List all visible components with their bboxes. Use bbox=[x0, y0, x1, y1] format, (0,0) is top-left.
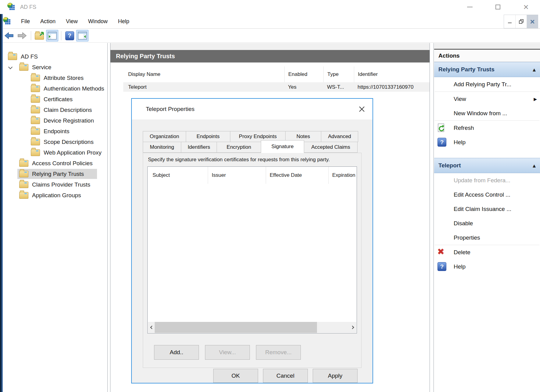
menu-window[interactable]: Window bbox=[83, 14, 113, 29]
chevron-down-icon[interactable] bbox=[8, 65, 13, 69]
ok-button[interactable]: OK bbox=[213, 369, 258, 383]
tab-advanced[interactable]: Advanced bbox=[321, 131, 358, 142]
tree-item-scope-descriptions[interactable]: Scope Descriptions bbox=[3, 137, 107, 147]
tab-identifiers[interactable]: Identifiers bbox=[181, 142, 217, 153]
tree-item-attribute-stores[interactable]: Attribute Stores bbox=[3, 73, 107, 83]
help-button[interactable]: ? bbox=[63, 30, 76, 41]
tab-monitoring[interactable]: Monitoring bbox=[143, 142, 181, 153]
adfs-logo-icon bbox=[2, 16, 12, 26]
scroll-left-icon bbox=[150, 326, 153, 329]
submenu-arrow-icon: ▶ bbox=[534, 97, 537, 102]
up-one-level-button[interactable] bbox=[33, 30, 45, 41]
actions-section-relying-party-trusts[interactable]: Relying Party Trusts ▲ bbox=[434, 62, 540, 77]
minimize-icon bbox=[467, 7, 473, 7]
action-new-window[interactable]: New Window from ... bbox=[434, 106, 540, 120]
menu-action[interactable]: Action bbox=[35, 14, 61, 29]
collapse-section-icon[interactable]: ▲ bbox=[533, 67, 536, 72]
tree-item-service[interactable]: Service bbox=[3, 62, 107, 73]
tree-item-claim-descriptions[interactable]: Claim Descriptions bbox=[3, 105, 107, 115]
tree-item-relying-party-trusts[interactable]: Relying Party Trusts bbox=[3, 169, 107, 179]
menu-file[interactable]: File bbox=[16, 14, 35, 29]
column-header-subject[interactable]: Subject bbox=[148, 167, 208, 184]
folder-icon bbox=[31, 117, 40, 124]
tree-item-web-application-proxy[interactable]: Web Application Proxy bbox=[3, 147, 107, 158]
action-properties[interactable]: Properties bbox=[434, 230, 540, 245]
folder-icon bbox=[31, 128, 40, 135]
horizontal-scrollbar[interactable] bbox=[148, 322, 356, 333]
tab-organization[interactable]: Organization bbox=[143, 131, 186, 142]
certificates-column-headers: Subject Issuer Effective Date Expiration bbox=[148, 167, 357, 184]
tree-item-device-registration[interactable]: Device Registration bbox=[3, 115, 107, 126]
folder-icon bbox=[19, 171, 28, 177]
certificates-list: Subject Issuer Effective Date Expiration bbox=[147, 166, 357, 333]
help-icon: ? bbox=[437, 262, 446, 271]
tree-item-access-control-policies[interactable]: Access Control Policies bbox=[3, 158, 107, 169]
actions-pane-splitter[interactable] bbox=[430, 43, 434, 392]
actions-pane-title: Actions bbox=[434, 50, 540, 62]
cell-enabled: Yes bbox=[284, 84, 323, 90]
tree-item-claims-provider-trusts[interactable]: Claims Provider Trusts bbox=[3, 179, 107, 190]
column-header-enabled[interactable]: Enabled bbox=[284, 66, 323, 82]
cell-display-name: Teleport bbox=[123, 84, 284, 90]
column-header-expiration[interactable]: Expiration bbox=[328, 167, 357, 184]
action-refresh[interactable]: Refresh bbox=[434, 121, 540, 135]
close-button[interactable]: × bbox=[512, 0, 540, 14]
window-edge-strip bbox=[0, 14, 3, 392]
action-edit-claim-issuance[interactable]: Edit Claim Issuance ... bbox=[434, 202, 540, 216]
tree-item-adfs-root[interactable]: AD FS bbox=[3, 51, 107, 62]
folder-icon bbox=[19, 64, 28, 71]
apply-button[interactable]: Apply bbox=[313, 369, 358, 383]
show-action-pane-button[interactable] bbox=[76, 30, 88, 41]
collapse-section-icon[interactable]: ▲ bbox=[533, 163, 536, 168]
child-minimize-button[interactable] bbox=[504, 15, 515, 28]
tab-accepted-claims[interactable]: Accepted Claims bbox=[304, 142, 358, 153]
minimize-button[interactable] bbox=[456, 0, 484, 14]
toolbar-separator bbox=[31, 31, 31, 40]
tab-encryption[interactable]: Encryption bbox=[217, 142, 261, 153]
column-header-issuer[interactable]: Issuer bbox=[208, 167, 266, 184]
folder-icon bbox=[8, 53, 17, 60]
action-edit-access-control[interactable]: Edit Access Control ... bbox=[434, 187, 540, 202]
tree-item-certificates[interactable]: Certificates bbox=[3, 94, 107, 105]
action-help[interactable]: ? Help bbox=[434, 135, 540, 149]
menu-view[interactable]: View bbox=[61, 14, 83, 29]
maximize-button[interactable] bbox=[484, 0, 512, 14]
scrollbar-thumb[interactable] bbox=[155, 322, 317, 333]
back-icon bbox=[4, 32, 14, 39]
folder-icon bbox=[31, 85, 40, 92]
action-view[interactable]: View ▶ bbox=[434, 92, 540, 106]
child-restore-button[interactable] bbox=[515, 15, 527, 28]
menu-help[interactable]: Help bbox=[113, 14, 135, 29]
tree-item-application-groups[interactable]: Application Groups bbox=[3, 190, 107, 201]
scroll-left-button[interactable] bbox=[148, 322, 155, 333]
column-header-effective-date[interactable]: Effective Date bbox=[266, 167, 328, 184]
child-close-button[interactable]: × bbox=[527, 15, 538, 28]
action-disable[interactable]: Disable bbox=[434, 216, 540, 230]
show-console-tree-button[interactable] bbox=[46, 30, 58, 41]
table-row-teleport[interactable]: Teleport Yes WS-T... https://10701337160… bbox=[123, 82, 430, 92]
actions-section-teleport[interactable]: Teleport ▲ bbox=[434, 158, 540, 173]
up-one-level-icon bbox=[35, 32, 44, 40]
action-help-teleport[interactable]: ? Help bbox=[434, 259, 540, 274]
column-header-type[interactable]: Type bbox=[323, 66, 354, 82]
tree-item-endpoints[interactable]: Endpoints bbox=[3, 126, 107, 137]
add-button[interactable]: Add.. bbox=[154, 345, 199, 360]
column-header-identifier[interactable]: Identifier bbox=[354, 66, 430, 82]
toolbar-separator bbox=[61, 31, 61, 40]
scroll-right-button[interactable] bbox=[350, 322, 356, 333]
action-add-relying-party-trust[interactable]: Add Relying Party Tr... bbox=[434, 77, 540, 91]
pane-splitter[interactable] bbox=[107, 43, 110, 392]
tree-item-authentication-methods[interactable]: Authentication Methods bbox=[3, 83, 107, 94]
back-button[interactable] bbox=[3, 30, 15, 41]
dialog-close-button[interactable] bbox=[357, 105, 366, 114]
child-window-controls: × bbox=[504, 15, 538, 28]
teleport-properties-dialog: Teleport Properties Organization Endpoin… bbox=[131, 98, 373, 383]
folder-icon bbox=[19, 192, 28, 199]
tab-signature[interactable]: Signature bbox=[261, 140, 304, 153]
scroll-right-icon bbox=[351, 326, 354, 329]
tab-endpoints[interactable]: Endpoints bbox=[186, 131, 230, 142]
action-delete[interactable]: ✖ Delete bbox=[434, 245, 540, 259]
column-header-display-name[interactable]: Display Name bbox=[123, 66, 284, 82]
forward-button[interactable] bbox=[16, 30, 28, 41]
cancel-button[interactable]: Cancel bbox=[263, 369, 308, 383]
